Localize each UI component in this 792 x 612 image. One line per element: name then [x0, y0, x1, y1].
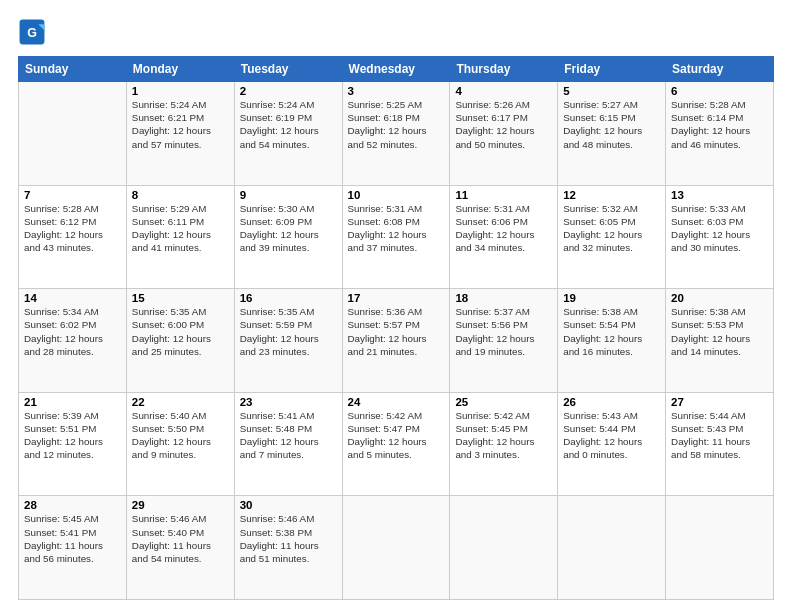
day-cell: 6Sunrise: 5:28 AMSunset: 6:14 PMDaylight…	[666, 82, 774, 186]
day-cell: 20Sunrise: 5:38 AMSunset: 5:53 PMDayligh…	[666, 289, 774, 393]
header-cell-friday: Friday	[558, 57, 666, 82]
day-cell: 17Sunrise: 5:36 AMSunset: 5:57 PMDayligh…	[342, 289, 450, 393]
day-cell: 7Sunrise: 5:28 AMSunset: 6:12 PMDaylight…	[19, 185, 127, 289]
day-info: Sunrise: 5:34 AMSunset: 6:02 PMDaylight:…	[24, 305, 121, 358]
day-number: 20	[671, 292, 768, 304]
day-info: Sunrise: 5:42 AMSunset: 5:45 PMDaylight:…	[455, 409, 552, 462]
day-cell: 1Sunrise: 5:24 AMSunset: 6:21 PMDaylight…	[126, 82, 234, 186]
header-cell-thursday: Thursday	[450, 57, 558, 82]
day-number: 19	[563, 292, 660, 304]
day-info: Sunrise: 5:24 AMSunset: 6:21 PMDaylight:…	[132, 98, 229, 151]
header-cell-sunday: Sunday	[19, 57, 127, 82]
day-number: 27	[671, 396, 768, 408]
header-cell-monday: Monday	[126, 57, 234, 82]
day-info: Sunrise: 5:37 AMSunset: 5:56 PMDaylight:…	[455, 305, 552, 358]
day-info: Sunrise: 5:33 AMSunset: 6:03 PMDaylight:…	[671, 202, 768, 255]
header-cell-saturday: Saturday	[666, 57, 774, 82]
header: G	[18, 18, 774, 46]
day-number: 3	[348, 85, 445, 97]
day-info: Sunrise: 5:31 AMSunset: 6:06 PMDaylight:…	[455, 202, 552, 255]
day-cell: 26Sunrise: 5:43 AMSunset: 5:44 PMDayligh…	[558, 392, 666, 496]
day-cell: 15Sunrise: 5:35 AMSunset: 6:00 PMDayligh…	[126, 289, 234, 393]
day-number: 18	[455, 292, 552, 304]
day-cell: 22Sunrise: 5:40 AMSunset: 5:50 PMDayligh…	[126, 392, 234, 496]
day-cell: 5Sunrise: 5:27 AMSunset: 6:15 PMDaylight…	[558, 82, 666, 186]
calendar-page: G SundayMondayTuesdayWednesdayThursdayFr…	[0, 0, 792, 612]
day-cell	[666, 496, 774, 600]
day-number: 2	[240, 85, 337, 97]
day-cell: 12Sunrise: 5:32 AMSunset: 6:05 PMDayligh…	[558, 185, 666, 289]
day-number: 15	[132, 292, 229, 304]
day-info: Sunrise: 5:38 AMSunset: 5:53 PMDaylight:…	[671, 305, 768, 358]
day-cell: 25Sunrise: 5:42 AMSunset: 5:45 PMDayligh…	[450, 392, 558, 496]
logo-icon: G	[18, 18, 46, 46]
week-row-5: 28Sunrise: 5:45 AMSunset: 5:41 PMDayligh…	[19, 496, 774, 600]
day-info: Sunrise: 5:29 AMSunset: 6:11 PMDaylight:…	[132, 202, 229, 255]
day-number: 9	[240, 189, 337, 201]
day-cell: 8Sunrise: 5:29 AMSunset: 6:11 PMDaylight…	[126, 185, 234, 289]
day-info: Sunrise: 5:43 AMSunset: 5:44 PMDaylight:…	[563, 409, 660, 462]
day-cell: 13Sunrise: 5:33 AMSunset: 6:03 PMDayligh…	[666, 185, 774, 289]
day-cell: 24Sunrise: 5:42 AMSunset: 5:47 PMDayligh…	[342, 392, 450, 496]
day-number: 16	[240, 292, 337, 304]
day-cell	[19, 82, 127, 186]
day-cell: 29Sunrise: 5:46 AMSunset: 5:40 PMDayligh…	[126, 496, 234, 600]
day-number: 1	[132, 85, 229, 97]
day-cell: 11Sunrise: 5:31 AMSunset: 6:06 PMDayligh…	[450, 185, 558, 289]
day-number: 13	[671, 189, 768, 201]
day-cell: 2Sunrise: 5:24 AMSunset: 6:19 PMDaylight…	[234, 82, 342, 186]
day-cell: 23Sunrise: 5:41 AMSunset: 5:48 PMDayligh…	[234, 392, 342, 496]
logo: G	[18, 18, 50, 46]
day-number: 5	[563, 85, 660, 97]
day-info: Sunrise: 5:27 AMSunset: 6:15 PMDaylight:…	[563, 98, 660, 151]
day-cell: 16Sunrise: 5:35 AMSunset: 5:59 PMDayligh…	[234, 289, 342, 393]
day-number: 30	[240, 499, 337, 511]
day-cell: 21Sunrise: 5:39 AMSunset: 5:51 PMDayligh…	[19, 392, 127, 496]
day-cell: 19Sunrise: 5:38 AMSunset: 5:54 PMDayligh…	[558, 289, 666, 393]
day-number: 26	[563, 396, 660, 408]
day-number: 12	[563, 189, 660, 201]
day-number: 28	[24, 499, 121, 511]
week-row-2: 7Sunrise: 5:28 AMSunset: 6:12 PMDaylight…	[19, 185, 774, 289]
day-info: Sunrise: 5:46 AMSunset: 5:38 PMDaylight:…	[240, 512, 337, 565]
day-info: Sunrise: 5:28 AMSunset: 6:12 PMDaylight:…	[24, 202, 121, 255]
day-number: 29	[132, 499, 229, 511]
day-number: 10	[348, 189, 445, 201]
day-info: Sunrise: 5:44 AMSunset: 5:43 PMDaylight:…	[671, 409, 768, 462]
week-row-1: 1Sunrise: 5:24 AMSunset: 6:21 PMDaylight…	[19, 82, 774, 186]
day-number: 7	[24, 189, 121, 201]
day-number: 14	[24, 292, 121, 304]
day-number: 11	[455, 189, 552, 201]
day-info: Sunrise: 5:35 AMSunset: 5:59 PMDaylight:…	[240, 305, 337, 358]
header-cell-wednesday: Wednesday	[342, 57, 450, 82]
header-cell-tuesday: Tuesday	[234, 57, 342, 82]
day-number: 17	[348, 292, 445, 304]
day-info: Sunrise: 5:24 AMSunset: 6:19 PMDaylight:…	[240, 98, 337, 151]
day-number: 23	[240, 396, 337, 408]
day-cell	[558, 496, 666, 600]
day-info: Sunrise: 5:31 AMSunset: 6:08 PMDaylight:…	[348, 202, 445, 255]
day-info: Sunrise: 5:46 AMSunset: 5:40 PMDaylight:…	[132, 512, 229, 565]
day-info: Sunrise: 5:30 AMSunset: 6:09 PMDaylight:…	[240, 202, 337, 255]
week-row-4: 21Sunrise: 5:39 AMSunset: 5:51 PMDayligh…	[19, 392, 774, 496]
day-info: Sunrise: 5:26 AMSunset: 6:17 PMDaylight:…	[455, 98, 552, 151]
day-info: Sunrise: 5:32 AMSunset: 6:05 PMDaylight:…	[563, 202, 660, 255]
day-number: 24	[348, 396, 445, 408]
day-info: Sunrise: 5:25 AMSunset: 6:18 PMDaylight:…	[348, 98, 445, 151]
day-info: Sunrise: 5:28 AMSunset: 6:14 PMDaylight:…	[671, 98, 768, 151]
day-number: 21	[24, 396, 121, 408]
day-cell: 3Sunrise: 5:25 AMSunset: 6:18 PMDaylight…	[342, 82, 450, 186]
day-cell: 30Sunrise: 5:46 AMSunset: 5:38 PMDayligh…	[234, 496, 342, 600]
day-info: Sunrise: 5:42 AMSunset: 5:47 PMDaylight:…	[348, 409, 445, 462]
day-info: Sunrise: 5:45 AMSunset: 5:41 PMDaylight:…	[24, 512, 121, 565]
svg-text:G: G	[27, 26, 37, 40]
day-info: Sunrise: 5:41 AMSunset: 5:48 PMDaylight:…	[240, 409, 337, 462]
day-info: Sunrise: 5:39 AMSunset: 5:51 PMDaylight:…	[24, 409, 121, 462]
day-cell: 10Sunrise: 5:31 AMSunset: 6:08 PMDayligh…	[342, 185, 450, 289]
day-cell	[450, 496, 558, 600]
day-number: 25	[455, 396, 552, 408]
day-cell: 18Sunrise: 5:37 AMSunset: 5:56 PMDayligh…	[450, 289, 558, 393]
day-cell: 4Sunrise: 5:26 AMSunset: 6:17 PMDaylight…	[450, 82, 558, 186]
day-number: 6	[671, 85, 768, 97]
day-info: Sunrise: 5:36 AMSunset: 5:57 PMDaylight:…	[348, 305, 445, 358]
